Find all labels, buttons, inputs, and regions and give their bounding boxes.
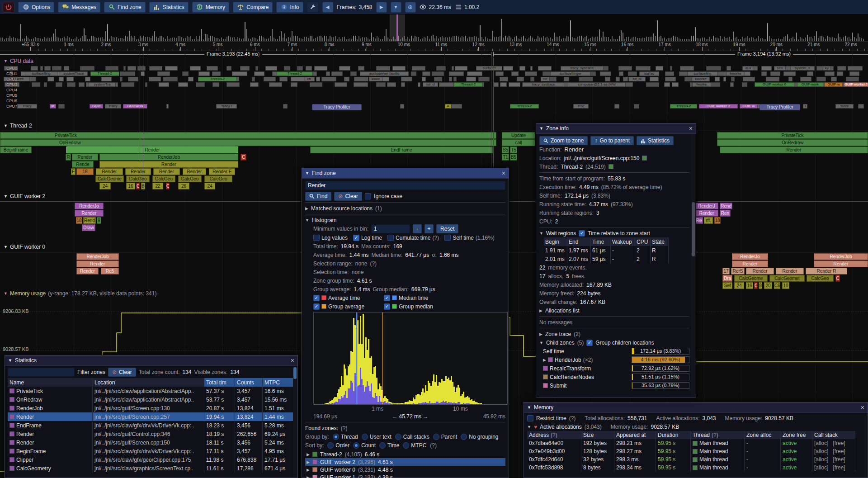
frame-bar[interactable] <box>852 33 853 41</box>
frame-bar[interactable] <box>487 38 488 41</box>
frame-bar[interactable] <box>346 39 347 41</box>
cpu-zone[interactable] <box>40 66 43 71</box>
cpu-zone[interactable] <box>123 66 126 71</box>
memory-col-header[interactable]: Call stack <box>812 431 855 439</box>
cpu-zone[interactable] <box>44 82 47 87</box>
frame-bar[interactable] <box>190 36 191 41</box>
frame-bar[interactable] <box>650 37 651 41</box>
stats-row[interactable]: OnRedrawjni/../jni/src/claw/application/… <box>8 395 295 404</box>
close-icon[interactable]: × <box>689 125 693 132</box>
cpu-zone[interactable] <box>226 66 231 71</box>
cpu-zone[interactable] <box>451 104 462 109</box>
memory-col-header[interactable]: Zone free <box>781 431 812 439</box>
frame-bar[interactable] <box>382 39 383 41</box>
frame-bar[interactable] <box>670 38 670 41</box>
frame-bar[interactable] <box>151 38 151 41</box>
frame-bar[interactable] <box>471 37 472 41</box>
frame-bar[interactable] <box>442 36 443 41</box>
frame-bar[interactable] <box>785 36 786 41</box>
zone-t5[interactable]: T5 <box>510 147 517 153</box>
zone-group-row[interactable]: ▶GUIF worker 0(3,231)4.48 s <box>305 466 505 473</box>
cpu-zone[interactable] <box>85 77 90 81</box>
memory-col-header[interactable]: Zone alloc <box>745 431 781 439</box>
frame-bar[interactable] <box>237 37 238 41</box>
zone-render[interactable]: Render <box>76 268 99 274</box>
cpu-zone[interactable] <box>453 77 457 81</box>
cpu-zone[interactable] <box>723 77 726 81</box>
cpu-zone[interactable] <box>326 71 330 76</box>
frame-bar[interactable] <box>612 36 613 41</box>
frame-bar[interactable] <box>657 20 658 41</box>
cpu-zone[interactable]: Tracy Profiler <box>760 104 800 110</box>
frame-bar[interactable] <box>481 37 482 41</box>
cpu-zone[interactable] <box>432 71 444 76</box>
frame-bar[interactable] <box>134 36 135 41</box>
frame-bar[interactable] <box>749 38 750 41</box>
free-link[interactable]: [free] <box>833 440 845 446</box>
frame-bar[interactable] <box>205 34 206 41</box>
cpu-zone[interactable]: surfacef <box>476 66 502 71</box>
zone-c[interactable]: C <box>835 275 840 282</box>
cpu-zone[interactable] <box>212 82 219 87</box>
frame-bar[interactable] <box>451 38 452 41</box>
toolbar-memory-button[interactable]: Memory <box>192 2 229 13</box>
frame-bar[interactable] <box>633 37 634 41</box>
cpu-zone[interactable]: GUIF-w <box>825 82 843 87</box>
frame-bar[interactable] <box>603 32 604 41</box>
frame-bar[interactable] <box>13 37 14 41</box>
frame-bar[interactable] <box>626 37 627 41</box>
cpu-zone[interactable]: systemTra <box>89 82 116 87</box>
zone-draw[interactable]: Draw <box>82 224 95 231</box>
self-time-checkbox[interactable] <box>444 235 451 241</box>
cpu-zone[interactable] <box>52 66 61 71</box>
frame-bar[interactable] <box>20 24 21 41</box>
frame-bar[interactable] <box>783 37 784 41</box>
frame-bar[interactable] <box>500 36 500 41</box>
frame-bar[interactable] <box>326 36 327 41</box>
collapse-arrow-icon[interactable]: ▼ <box>527 425 531 429</box>
child-zone-row[interactable]: Submit35.63 μs (0.79%) <box>543 381 689 390</box>
zone-renderjo[interactable]: RenderJo <box>75 203 104 209</box>
frame-bar[interactable] <box>684 39 685 41</box>
cpu-zone[interactable] <box>600 71 611 76</box>
frame-bar[interactable] <box>255 38 256 41</box>
frame-bar[interactable] <box>771 38 772 41</box>
cpu-zone[interactable] <box>503 66 513 71</box>
cpu-zone[interactable] <box>149 77 161 81</box>
frame-bar[interactable] <box>104 39 104 41</box>
collapse-arrow-icon[interactable]: ▼ <box>8 358 12 363</box>
cpu-zone[interactable]: Tracy <box>17 104 37 109</box>
frame-bar[interactable] <box>666 39 667 41</box>
zone-renderjob[interactable]: RenderJob <box>76 253 119 260</box>
frame-bar[interactable] <box>834 38 835 41</box>
frame-bar[interactable] <box>489 39 490 41</box>
zone-calcgeo[interactable]: CalcGeo <box>152 175 175 182</box>
free-link[interactable]: [free] <box>833 456 845 463</box>
toolbar-info-button[interactable]: Info <box>276 2 303 13</box>
cpu-zone[interactable] <box>538 66 552 71</box>
legend-checkbox[interactable] <box>313 303 320 310</box>
stats-row[interactable]: Renderjni/../jni/src/guif/Screen.cpp:257… <box>8 412 295 421</box>
frame-bar[interactable] <box>169 39 170 41</box>
cpu-data-header[interactable]: ▼ CPU data <box>4 58 33 64</box>
zone-calcgeome[interactable]: CalcGeome <box>95 175 124 182</box>
frame-bar[interactable] <box>301 38 302 41</box>
frame-bar[interactable] <box>478 38 479 41</box>
frame-bar[interactable] <box>639 38 640 41</box>
expand-arrow-icon[interactable]: ▶ <box>539 332 542 336</box>
frame-bar[interactable] <box>597 37 598 41</box>
frame-bar[interactable] <box>288 37 289 41</box>
stats-row[interactable]: RenderJobjni/../jni/src/guif/Screen.cpp:… <box>8 404 295 412</box>
frame-bar[interactable] <box>295 36 296 41</box>
frame-bar[interactable] <box>154 31 155 41</box>
cpu-zone[interactable] <box>376 66 390 71</box>
frame-bar[interactable] <box>727 38 728 41</box>
zone-rende[interactable]: Rende <box>72 161 94 168</box>
child-zone-row[interactable]: RecalcTransform72.92 μs (1.62%) <box>543 364 689 373</box>
cpu-zone[interactable] <box>478 77 490 81</box>
cpu-zone[interactable] <box>157 71 170 76</box>
cpu-zone[interactable] <box>439 82 454 87</box>
frame-bar[interactable] <box>167 36 168 41</box>
frame-bar[interactable] <box>427 36 428 41</box>
frame-bar[interactable] <box>688 39 689 41</box>
